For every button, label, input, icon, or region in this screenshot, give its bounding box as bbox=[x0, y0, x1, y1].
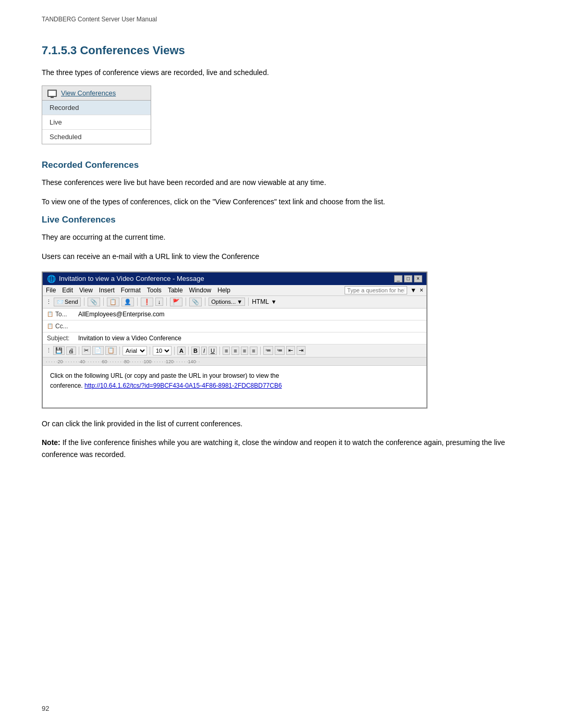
copy-btn[interactable]: 📄 bbox=[92, 346, 104, 355]
note-content: If the live conference finishes while yo… bbox=[42, 438, 505, 458]
print-btn[interactable]: 🖨 bbox=[66, 347, 76, 355]
list-item-recorded[interactable]: Recorded bbox=[42, 101, 151, 115]
close-button[interactable]: × bbox=[414, 275, 422, 282]
menu-window[interactable]: Window bbox=[189, 287, 212, 294]
align-center-btn[interactable]: ≡ bbox=[231, 347, 239, 355]
cut-btn[interactable]: ✂ bbox=[82, 346, 91, 355]
live-para2: Users can receive an e-mail with a URL l… bbox=[42, 251, 521, 262]
conference-url-link[interactable]: http://10.64.1.62/tcs/?id=99BCF434-0A15-… bbox=[84, 382, 282, 389]
email-fields: 📋 To... 📋 Cc... Subject: bbox=[43, 309, 426, 344]
save-format-btn[interactable]: 💾 bbox=[53, 346, 65, 355]
help-search-area: ▼ × bbox=[345, 286, 423, 294]
menu-tools[interactable]: Tools bbox=[147, 287, 162, 294]
menu-file[interactable]: File bbox=[46, 287, 56, 294]
note-paragraph: Note: If the live conference finishes wh… bbox=[42, 437, 521, 460]
cc-input[interactable] bbox=[78, 323, 422, 330]
email-body: Click on the following URL (or copy and … bbox=[43, 366, 426, 408]
send-button[interactable]: 📨 Send bbox=[54, 298, 81, 306]
tb-sep4 bbox=[166, 298, 167, 306]
subject-field-row: Subject: bbox=[43, 332, 426, 344]
live-para3: Or can click the link provided in the li… bbox=[42, 418, 521, 429]
fmt-sep1 bbox=[79, 347, 79, 355]
tb-sep5 bbox=[186, 298, 186, 306]
font-select[interactable]: Arial bbox=[123, 346, 147, 355]
recorded-conferences-title: Recorded Conferences bbox=[42, 160, 521, 170]
page-title: 7.1.5.3 Conferences Views bbox=[42, 44, 521, 57]
tb-sep1 bbox=[84, 298, 84, 306]
email-menubar: File Edit View Insert Format Tools Table… bbox=[43, 285, 426, 296]
send-icon: 📨 bbox=[56, 299, 64, 305]
list-item-live[interactable]: Live bbox=[42, 115, 151, 130]
menu-edit[interactable]: Edit bbox=[62, 287, 73, 294]
to-input[interactable] bbox=[78, 311, 422, 318]
align-left-btn[interactable]: ≡ bbox=[223, 347, 230, 355]
email-window-title: Invitation to view a Video Conference - … bbox=[59, 275, 204, 282]
manual-header: TANDBERG Content Server User Manual bbox=[42, 16, 521, 23]
importance-high-button[interactable]: ❗ bbox=[141, 298, 153, 306]
fmt-sep7 bbox=[260, 347, 261, 355]
contacts-button[interactable]: 👤 bbox=[121, 298, 134, 306]
email-titlebar: 🌐 Invitation to view a Video Conference … bbox=[43, 273, 426, 285]
help-search-input[interactable] bbox=[345, 286, 407, 294]
menu-help[interactable]: Help bbox=[217, 287, 230, 294]
titlebar-controls: _ □ × bbox=[394, 275, 422, 282]
to-field-row: 📋 To... bbox=[43, 309, 426, 320]
view-conferences-widget: View Conferences Recorded Live Scheduled bbox=[42, 85, 151, 144]
subject-input[interactable] bbox=[78, 335, 422, 342]
menu-insert[interactable]: Insert bbox=[99, 287, 115, 294]
list-bullet-btn[interactable]: ≔ bbox=[275, 346, 285, 355]
indent-decrease-btn[interactable]: ⇤ bbox=[286, 346, 295, 355]
html-arrow[interactable]: ▼ bbox=[271, 299, 277, 305]
options-arrow: ▼ bbox=[237, 299, 242, 305]
list-numbered-btn[interactable]: ≔ bbox=[263, 346, 273, 355]
paste-btn[interactable]: 📋 bbox=[105, 346, 117, 355]
help-close[interactable]: × bbox=[420, 287, 423, 294]
list-item-scheduled[interactable]: Scheduled bbox=[42, 130, 151, 144]
email-window-icon: 🌐 bbox=[47, 275, 56, 283]
tb-sep7 bbox=[248, 298, 249, 306]
flag-button[interactable]: 🚩 bbox=[170, 298, 182, 306]
menu-view[interactable]: View bbox=[79, 287, 93, 294]
underline-btn[interactable]: U bbox=[209, 347, 217, 355]
send-label: Send bbox=[65, 299, 78, 305]
tb-sep2 bbox=[103, 298, 104, 306]
intro-paragraph: The three types of conference views are … bbox=[42, 67, 521, 78]
email-ruler: · · · · ·20· · · · · · ·40· · · · · · ·6… bbox=[43, 357, 426, 366]
recorded-para1: These conferences were live but have bee… bbox=[42, 177, 521, 188]
fmt-sep2 bbox=[119, 347, 120, 355]
menu-format[interactable]: Format bbox=[121, 287, 141, 294]
fmt-sep5 bbox=[188, 347, 189, 355]
cc-label: 📋 Cc... bbox=[47, 323, 78, 330]
email-window-screenshot: 🌐 Invitation to view a Video Conference … bbox=[42, 272, 427, 409]
align-right-btn[interactable]: ≡ bbox=[241, 347, 248, 355]
email-body-line1: Click on the following URL (or copy and … bbox=[50, 372, 279, 379]
tb-sep6 bbox=[205, 298, 205, 306]
menu-table[interactable]: Table bbox=[168, 287, 183, 294]
view-conferences-link[interactable]: View Conferences bbox=[61, 89, 116, 97]
italic-btn[interactable]: I bbox=[201, 347, 207, 355]
bold-btn[interactable]: B bbox=[191, 347, 200, 355]
address-book-button[interactable]: 📋 bbox=[107, 298, 119, 306]
html-label: HTML bbox=[252, 298, 269, 305]
to-label: 📋 To... bbox=[47, 311, 78, 318]
maximize-button[interactable]: □ bbox=[404, 275, 412, 282]
indent-increase-btn[interactable]: ⇥ bbox=[297, 346, 305, 355]
importance-low-button[interactable]: ↓ bbox=[155, 298, 164, 306]
minimize-button[interactable]: _ bbox=[394, 275, 402, 282]
options-button[interactable]: Options... ▼ bbox=[209, 298, 245, 306]
recorded-para2: To view one of the types of conferences,… bbox=[42, 196, 521, 207]
toolbar-divider-icon: ⋮ bbox=[46, 299, 52, 305]
help-arrow[interactable]: ▼ bbox=[410, 287, 417, 294]
cc-icon: 📋 bbox=[47, 323, 53, 329]
page-number: 92 bbox=[42, 705, 49, 712]
attachment-button[interactable]: 📎 bbox=[189, 298, 202, 306]
vc-header[interactable]: View Conferences bbox=[42, 86, 151, 101]
font-color-btn[interactable]: A bbox=[177, 347, 186, 355]
justify-btn[interactable]: ≡ bbox=[250, 347, 257, 355]
options-label: Options... bbox=[211, 299, 236, 305]
insert-file-button[interactable]: 📎 bbox=[88, 298, 100, 306]
note-label: Note: bbox=[42, 438, 60, 447]
font-size-select[interactable]: 10 bbox=[153, 346, 172, 355]
live-para1: They are occurring at the current time. bbox=[42, 231, 521, 243]
email-titlebar-title: 🌐 Invitation to view a Video Conference … bbox=[47, 275, 204, 283]
